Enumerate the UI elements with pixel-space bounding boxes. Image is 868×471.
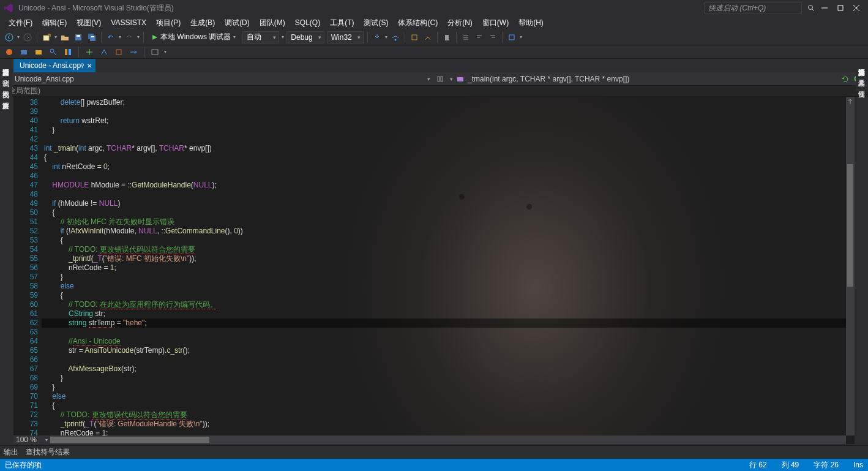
menu-item[interactable]: 帮助(H) xyxy=(514,17,548,29)
step-into-icon[interactable] xyxy=(372,32,383,43)
tool-icon[interactable] xyxy=(422,32,433,43)
quick-launch-input[interactable]: 快速启动 (Ctrl+Q) xyxy=(704,2,802,13)
va-icon[interactable] xyxy=(149,47,160,58)
dropdown-caret-icon[interactable]: ▾ xyxy=(54,34,57,40)
menu-item[interactable]: 分析(N) xyxy=(443,17,477,29)
refresh-icon[interactable] xyxy=(841,75,850,83)
menu-item[interactable]: 测试(S) xyxy=(359,17,393,29)
dock-tab[interactable]: 新方案资源管理器 xyxy=(0,59,12,69)
toolbar-secondary: ▾ xyxy=(0,45,868,59)
dock-tab[interactable]: 解决方案资源管理器 xyxy=(856,59,867,69)
split-editor-icon[interactable] xyxy=(847,98,853,107)
menu-item[interactable]: SQL(Q) xyxy=(290,17,325,28)
tool-icon[interactable] xyxy=(441,32,452,43)
dock-tab[interactable]: 属性 xyxy=(856,81,867,91)
menu-item[interactable]: 项目(P) xyxy=(151,17,185,29)
separator xyxy=(367,32,368,43)
menu-item[interactable]: 生成(B) xyxy=(185,17,220,29)
split-icon[interactable] xyxy=(434,76,446,82)
file-combo[interactable]: Unicode_Ansi.cpp xyxy=(0,75,434,83)
va-icon[interactable] xyxy=(18,47,29,58)
open-file-icon[interactable] xyxy=(59,32,70,43)
separator xyxy=(143,32,144,43)
va-icon[interactable] xyxy=(62,47,73,58)
pin-icon[interactable]: ⚲ xyxy=(80,62,84,69)
tool-icon[interactable] xyxy=(409,32,420,43)
close-tab-icon[interactable]: ✕ xyxy=(87,62,92,69)
scope-bar[interactable]: (全局范围) xyxy=(0,86,868,97)
member-combo[interactable]: ▾ _tmain(int argc, TCHAR * argv[], TCHAR… xyxy=(446,75,841,83)
dock-tab[interactable]: 查找符号结果 xyxy=(26,447,70,458)
separator xyxy=(78,47,79,58)
search-icon[interactable] xyxy=(806,2,817,13)
redo-icon[interactable] xyxy=(124,32,135,43)
function-icon xyxy=(457,75,464,83)
separator xyxy=(405,32,405,43)
svg-rect-10 xyxy=(77,35,80,37)
svg-point-14 xyxy=(394,39,396,40)
menu-item[interactable]: 团队(M) xyxy=(255,17,290,29)
dock-tab[interactable]: 解决方案 xyxy=(0,92,12,102)
undo-icon[interactable] xyxy=(105,32,116,43)
document-tab[interactable]: Unicode - Ansi.cpp ⚲ ✕ xyxy=(13,59,95,72)
separator xyxy=(437,32,438,43)
dock-tab[interactable]: 工具箱 xyxy=(856,70,867,80)
dock-tab[interactable]: 输出 xyxy=(4,447,18,458)
start-debug-button[interactable]: 本地 Windows 调试器 ▾ xyxy=(148,31,240,43)
nav-back-icon[interactable] xyxy=(4,32,15,43)
document-tabstrip: Unicode - Ansi.cpp ⚲ ✕ xyxy=(0,59,868,72)
vertical-scrollbar[interactable] xyxy=(846,97,855,435)
menu-item[interactable]: 体系结构(C) xyxy=(393,17,443,29)
vs-logo-icon xyxy=(4,3,13,13)
menu-item[interactable]: 调试(D) xyxy=(220,17,255,29)
debug-auto-combo[interactable]: 自动 xyxy=(242,31,279,43)
svg-point-25 xyxy=(6,49,12,55)
titlebar: Unicode - Ansi - Microsoft Visual Studio… xyxy=(0,0,868,16)
dropdown-caret-icon[interactable]: ▾ xyxy=(119,34,121,40)
scroll-thumb[interactable] xyxy=(847,164,853,287)
menu-item[interactable]: 工具(T) xyxy=(325,17,359,29)
config-combo[interactable]: Debug xyxy=(286,31,324,43)
start-debug-label: 本地 Windows 调试器 xyxy=(160,32,231,42)
platform-combo[interactable]: Win32 xyxy=(327,31,364,43)
svg-rect-16 xyxy=(445,35,449,40)
menu-item[interactable]: 编辑(E) xyxy=(37,17,72,29)
horizontal-scrollbar[interactable] xyxy=(50,435,846,444)
line-number-gutter: 3839404142434445464748495051525354555657… xyxy=(13,97,42,435)
tool-icon[interactable] xyxy=(460,32,471,43)
zoom-combo[interactable]: 100 %▾ xyxy=(13,435,50,444)
new-project-icon[interactable] xyxy=(41,32,52,43)
va-icon[interactable] xyxy=(99,47,110,58)
code-area[interactable]: delete[] pwszBuffer; return wstrRet; } i… xyxy=(42,97,846,435)
code-editor[interactable]: 3839404142434445464748495051525354555657… xyxy=(13,97,855,444)
close-button[interactable] xyxy=(848,1,864,15)
maximize-button[interactable] xyxy=(832,1,848,15)
statusbar: 已保存的项 行 62 列 49 字符 26 Ins xyxy=(0,459,868,471)
tool-icon[interactable] xyxy=(474,32,485,43)
svg-rect-13 xyxy=(91,36,94,37)
window-title: Unicode - Ansi - Microsoft Visual Studio… xyxy=(18,3,704,13)
dropdown-caret-icon[interactable]: ▾ xyxy=(282,34,284,40)
menu-item[interactable]: 文件(F) xyxy=(4,17,37,29)
save-all-icon[interactable] xyxy=(86,32,97,43)
va-icon[interactable] xyxy=(33,47,44,58)
scroll-thumb[interactable] xyxy=(50,437,209,443)
menu-item[interactable]: 窗口(W) xyxy=(477,17,514,29)
dropdown-caret-icon[interactable]: ▾ xyxy=(17,34,20,40)
save-icon[interactable] xyxy=(73,32,84,43)
menu-item[interactable]: VASSISTX xyxy=(106,17,151,28)
va-icon[interactable] xyxy=(84,47,95,58)
dock-tab[interactable]: 类视图 xyxy=(0,81,12,91)
step-over-icon[interactable] xyxy=(390,32,401,43)
va-icon[interactable] xyxy=(113,47,124,58)
va-icon[interactable] xyxy=(48,47,59,58)
minimize-button[interactable] xyxy=(817,1,832,15)
va-icon[interactable] xyxy=(4,47,15,58)
dropdown-caret-icon[interactable]: ▾ xyxy=(137,34,140,40)
tool-icon[interactable] xyxy=(506,32,517,43)
va-icon[interactable] xyxy=(128,47,139,58)
nav-fwd-icon[interactable] xyxy=(22,32,33,43)
tool-icon[interactable] xyxy=(487,32,498,43)
dock-tab[interactable]: 测试 xyxy=(0,70,12,80)
menu-item[interactable]: 视图(V) xyxy=(72,17,106,29)
